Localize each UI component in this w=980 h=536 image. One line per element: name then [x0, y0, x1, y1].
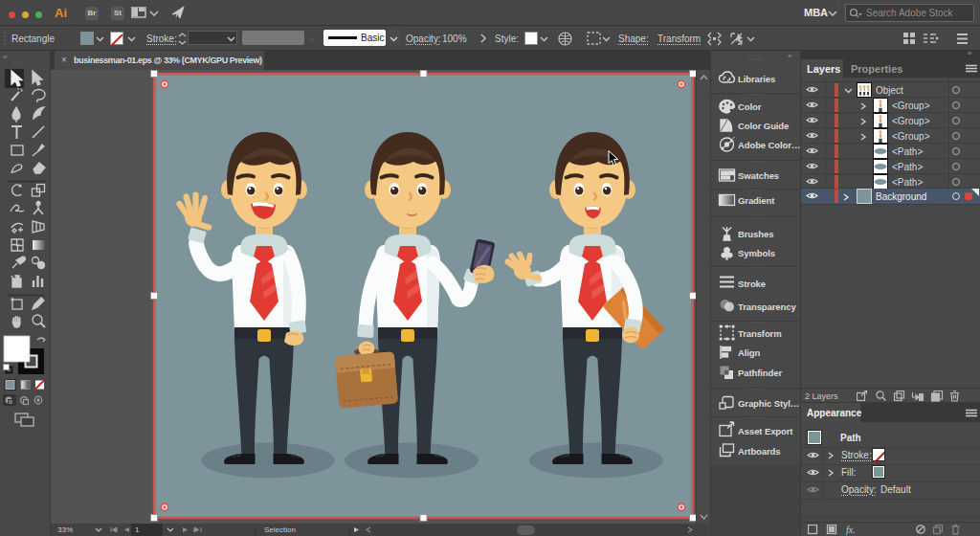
svg-text:fx.: fx. — [846, 525, 856, 535]
